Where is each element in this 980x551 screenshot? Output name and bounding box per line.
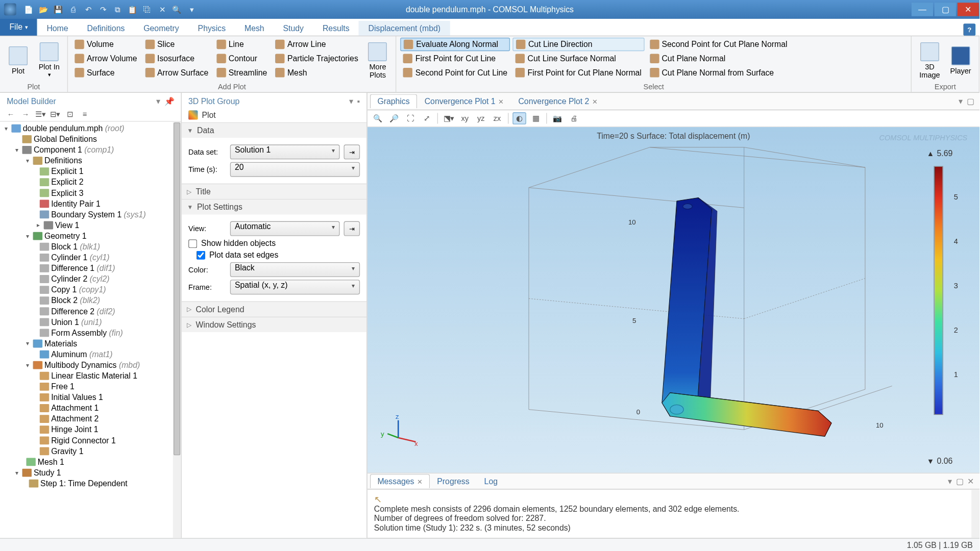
section-title-header[interactable]: ▷Title: [182, 184, 366, 199]
transparency-icon[interactable]: ▦: [529, 112, 542, 124]
tab-messages[interactable]: Messages✕: [370, 474, 430, 488]
particle-trajectories-button[interactable]: Particle Trajectories: [273, 52, 361, 65]
tree-scrollbar[interactable]: [173, 122, 181, 538]
zoom-in-icon[interactable]: 🔍: [372, 112, 385, 124]
qat-saveas-icon[interactable]: ⎙: [67, 4, 80, 16]
section-plot-settings-header[interactable]: ▼Plot Settings: [182, 199, 366, 214]
zx-view-icon[interactable]: zx: [491, 112, 504, 124]
close-tab-icon[interactable]: ✕: [417, 478, 423, 485]
3d-image-button[interactable]: 3D Image: [916, 38, 944, 83]
print-icon[interactable]: 🖨: [567, 112, 580, 124]
streamline-button[interactable]: Streamline: [214, 66, 270, 79]
qat-undo-icon[interactable]: ↶: [82, 4, 94, 16]
tab-home[interactable]: Home: [37, 21, 78, 36]
show-hidden-checkbox[interactable]: [188, 239, 197, 248]
arrow-line-button[interactable]: Arrow Line: [273, 38, 361, 51]
qat-duplicate-icon[interactable]: ⿻: [141, 4, 154, 16]
default-view-icon[interactable]: ⬔▾: [442, 112, 455, 124]
section-color-legend-header[interactable]: ▷Color Legend: [182, 302, 366, 317]
dataset-select[interactable]: Solution 1: [230, 144, 340, 159]
close-tab-icon[interactable]: ✕: [592, 98, 598, 105]
arrow-volume-button[interactable]: Arrow Volume: [72, 52, 140, 65]
panel-menu-icon[interactable]: ▾: [948, 477, 952, 486]
tab-study[interactable]: Study: [274, 21, 313, 36]
time-select[interactable]: 20: [230, 162, 360, 177]
tab-definitions[interactable]: Definitions: [78, 21, 134, 36]
player-button[interactable]: Player: [946, 38, 974, 83]
first-point-cut-line-button[interactable]: First Point for Cut Line: [401, 52, 510, 65]
more-plots-button[interactable]: More Plots: [363, 38, 391, 83]
panel-max-icon[interactable]: ▢: [967, 96, 974, 106]
tab-graphics[interactable]: Graphics: [370, 94, 417, 109]
zoom-out-icon[interactable]: 🔎: [387, 112, 401, 124]
plot-button[interactable]: Plot: [4, 38, 32, 83]
qat-delete-icon[interactable]: ✕: [156, 4, 168, 16]
plot-action-button[interactable]: Plot: [202, 110, 215, 119]
second-point-cut-line-button[interactable]: Second Point for Cut Line: [401, 66, 510, 79]
qat-more-icon[interactable]: ▾: [186, 4, 198, 16]
qat-redo-icon[interactable]: ↷: [97, 4, 109, 16]
close-tab-icon[interactable]: ✕: [498, 98, 504, 105]
contour-button[interactable]: Contour: [214, 52, 270, 65]
surface-button[interactable]: Surface: [72, 66, 140, 79]
file-tab[interactable]: File: [0, 18, 37, 36]
qat-open-icon[interactable]: 📂: [38, 4, 50, 16]
nav-back-icon[interactable]: ←: [6, 109, 16, 120]
arrow-surface-button[interactable]: Arrow Surface: [142, 66, 211, 79]
tab-geometry[interactable]: Geometry: [134, 21, 188, 36]
tab-convergence-2[interactable]: Convergence Plot 2✕: [511, 94, 605, 109]
panel-menu-icon[interactable]: ▾: [349, 97, 353, 106]
qat-copy-icon[interactable]: ⧉: [112, 4, 124, 16]
panel-max-icon[interactable]: ▢: [956, 477, 963, 486]
volume-button[interactable]: Volume: [72, 38, 140, 51]
tab-convergence-1[interactable]: Convergence Plot 1✕: [417, 94, 511, 109]
scene-light-icon[interactable]: ◐: [512, 112, 526, 124]
panel-pin-icon[interactable]: 📌: [164, 97, 175, 106]
panel-menu-icon[interactable]: ▾: [959, 96, 963, 106]
first-point-cut-plane-normal-button[interactable]: First Point for Cut Plane Normal: [513, 66, 645, 79]
plot-in-button[interactable]: Plot In▾: [35, 38, 63, 83]
frame-select[interactable]: Spatial (x, y, z): [230, 280, 360, 294]
snapshot-icon[interactable]: 📷: [551, 112, 564, 124]
xy-view-icon[interactable]: xy: [458, 112, 472, 124]
cut-plane-normal-button[interactable]: Cut Plane Normal: [647, 52, 790, 65]
cut-plane-normal-from-surface-button[interactable]: Cut Plane Normal from Surface: [647, 66, 790, 79]
close-button[interactable]: ✕: [958, 3, 979, 16]
qat-find-icon[interactable]: 🔍: [171, 4, 183, 16]
line-button[interactable]: Line: [214, 38, 270, 51]
tab-log[interactable]: Log: [477, 474, 505, 488]
color-select[interactable]: Black: [230, 262, 360, 277]
tab-physics[interactable]: Physics: [188, 21, 235, 36]
section-data-header[interactable]: ▼Data: [182, 123, 366, 138]
evaluate-along-normal-button[interactable]: Evaluate Along Normal: [401, 38, 510, 51]
nav-fwd-icon[interactable]: →: [20, 109, 31, 120]
collapse-icon[interactable]: ⊟▾: [50, 109, 61, 120]
qat-save-icon[interactable]: 💾: [53, 4, 65, 16]
second-point-cut-plane-normal-button[interactable]: Second Point for Cut Plane Normal: [647, 38, 790, 51]
yz-view-icon[interactable]: yz: [474, 112, 487, 124]
section-window-settings-header[interactable]: ▷Window Settings: [182, 317, 366, 332]
plot-edges-checkbox[interactable]: [197, 251, 205, 259]
panel-menu-icon[interactable]: ▾: [156, 97, 160, 106]
slice-button[interactable]: Slice: [142, 38, 211, 51]
cut-line-surface-normal-button[interactable]: Cut Line Surface Normal: [513, 52, 645, 65]
panel-close-icon[interactable]: ✕: [967, 477, 974, 486]
expand-icon[interactable]: ⊡: [65, 109, 76, 120]
maximize-button[interactable]: ▢: [935, 3, 956, 16]
tab-displacement-mbd[interactable]: Displacement (mbd): [359, 21, 450, 36]
zoom-box-icon[interactable]: ⛶: [404, 112, 417, 124]
view-goto-button[interactable]: ⇥: [344, 221, 360, 236]
messages-scrollbar[interactable]: [971, 490, 979, 538]
panel-pin-icon[interactable]: ▪: [357, 97, 360, 106]
graphics-canvas[interactable]: Time=20 s Surface: Total displacement (m…: [368, 127, 979, 472]
minimize-button[interactable]: —: [912, 3, 933, 16]
view-select[interactable]: Automatic: [230, 221, 340, 236]
qat-new-icon[interactable]: 📄: [23, 4, 35, 16]
cut-line-direction-button[interactable]: Cut Line Direction: [513, 38, 645, 51]
tab-mesh[interactable]: Mesh: [235, 21, 274, 36]
isosurface-button[interactable]: Isosurface: [142, 52, 211, 65]
zoom-extents-icon[interactable]: ⤢: [420, 112, 433, 124]
dataset-goto-button[interactable]: ⇥: [344, 144, 360, 159]
mesh-plot-button[interactable]: Mesh: [273, 66, 361, 79]
help-button[interactable]: ?: [963, 23, 975, 36]
